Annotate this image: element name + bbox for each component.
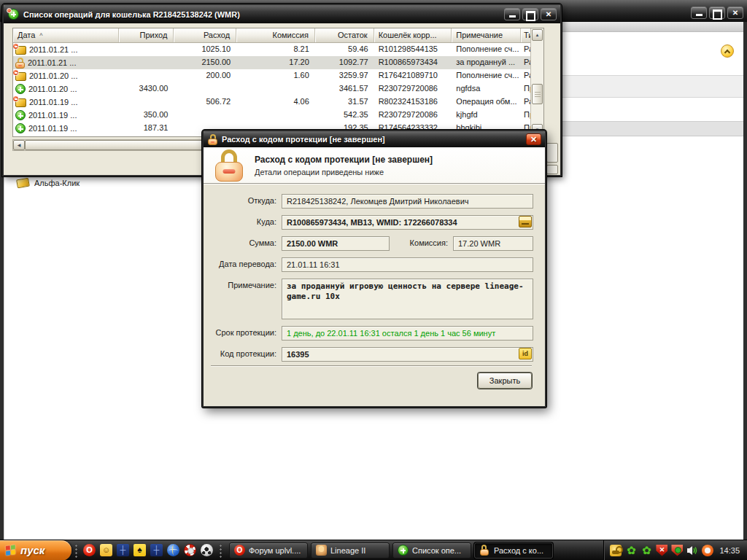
- character-icon[interactable]: [100, 544, 112, 556]
- lock-icon: [15, 58, 25, 69]
- print-icon[interactable]: [519, 216, 532, 228]
- chart-icon[interactable]: [150, 544, 163, 556]
- cell-wallet: R176421089710: [374, 69, 452, 82]
- column-header-balance[interactable]: Остаток: [315, 28, 374, 42]
- taskbar: пуск Форум uplvl....Lineage IIСписок опе…: [0, 540, 747, 560]
- table-row[interactable]: 2011.01.21 ...1025.108.2159.46R101298544…: [13, 43, 543, 56]
- keeper-icon[interactable]: [610, 545, 622, 556]
- cell-income: [119, 56, 174, 69]
- maximize-icon[interactable]: [522, 8, 538, 20]
- cell-note: ngfdsa: [452, 82, 521, 96]
- cell-balance: 3259.97: [315, 69, 374, 82]
- close-button[interactable]: Закрыть: [478, 373, 532, 389]
- maximize-icon[interactable]: [709, 7, 725, 19]
- cell-date: 2011.01.20 ...: [13, 82, 119, 96]
- vertical-scroll-thumb[interactable]: [532, 84, 543, 104]
- opera-ring-icon[interactable]: [702, 545, 713, 556]
- cell-income: 187.31: [119, 122, 174, 135]
- column-header-wallet[interactable]: Кошелёк корр...: [374, 28, 452, 42]
- taskbar-tasks: Форум uplvl....Lineage IIСписок опе...Ра…: [229, 542, 553, 559]
- avatar-icon: [316, 545, 327, 556]
- icq-flower-icon[interactable]: [640, 545, 652, 556]
- dialog-titlebar[interactable]: Расход с кодом протекции [не завершен]: [204, 131, 545, 147]
- column-header-date[interactable]: Дата^: [13, 28, 119, 42]
- cell-expense: 2150.00: [174, 56, 236, 69]
- operations-table: Дата^ПриходРасходКомиссияОстатокКошелёк …: [12, 28, 544, 137]
- start-button[interactable]: пуск: [0, 540, 71, 560]
- taskbar-button-label: Lineage II: [330, 546, 365, 555]
- protection-code-label: Код протекции:: [209, 347, 276, 361]
- globe-icon[interactable]: [167, 544, 179, 556]
- fee-field: 17.20 WMR: [453, 236, 533, 251]
- cell-expense: 506.72: [174, 96, 236, 109]
- system-tray: 14:35: [603, 540, 747, 560]
- close-icon[interactable]: [526, 133, 541, 145]
- column-header-note[interactable]: Примечание: [452, 28, 521, 42]
- close-icon[interactable]: [541, 8, 557, 20]
- chip-icon[interactable]: [184, 544, 196, 556]
- football-icon[interactable]: [201, 544, 213, 556]
- dialog-header: Расход с кодом протекции [не завершен] Д…: [204, 147, 545, 184]
- column-header-income[interactable]: Приход: [119, 28, 174, 42]
- cell-balance: 1092.77: [315, 56, 374, 69]
- taskbar-button[interactable]: Форум uplvl....: [229, 542, 308, 559]
- column-header-fee[interactable]: Комиссия: [236, 28, 315, 42]
- taskbar-button[interactable]: Расход с ко...: [474, 542, 553, 559]
- windows-logo-icon: [6, 545, 16, 556]
- speaker-icon[interactable]: [686, 545, 698, 556]
- expense-icon: [15, 46, 26, 55]
- income-icon: [15, 123, 26, 133]
- scroll-up-icon[interactable]: ▲: [532, 29, 543, 41]
- cell-wallet: R101298544135: [374, 43, 452, 56]
- toolbar-grip[interactable]: [218, 543, 222, 558]
- table-row[interactable]: 2011.01.19 ...506.724.0631.57R8023241531…: [13, 96, 543, 109]
- table-row[interactable]: 2011.01.20 ...200.001.603259.97R17642108…: [13, 69, 543, 82]
- cell-note: Пополнение сч...: [452, 69, 521, 82]
- column-header-expense[interactable]: Расход: [174, 28, 236, 42]
- fee-label: Комиссия:: [395, 236, 448, 250]
- cell-fee: [236, 109, 315, 122]
- minimize-icon[interactable]: [504, 8, 520, 20]
- cell-wallet: R230729720086: [374, 82, 452, 96]
- amount-field: 2150.00 WMR: [282, 236, 390, 251]
- cell-date: 2011.01.19 ...: [13, 109, 119, 122]
- cell-date: 2011.01.21 ...: [13, 56, 119, 69]
- scroll-left-icon[interactable]: ◀: [13, 140, 25, 150]
- shield-x-icon[interactable]: [656, 545, 667, 556]
- chevron-up-icon[interactable]: [721, 44, 734, 58]
- shield-red-icon[interactable]: [671, 545, 683, 556]
- operations-window-titlebar[interactable]: Список операций для кошелька R2184251382…: [4, 5, 560, 23]
- cell-income: [119, 69, 174, 82]
- chart-icon[interactable]: [117, 544, 129, 556]
- icq-flower-icon[interactable]: [625, 545, 637, 556]
- cell-date: 2011.01.21 ...: [13, 43, 119, 56]
- table-row[interactable]: 2011.01.21 ...2150.0017.201092.77R100865…: [13, 56, 543, 69]
- cell-balance: 59.46: [315, 43, 374, 56]
- taskbar-button[interactable]: Список опе...: [392, 542, 471, 559]
- from-label: Откуда:: [209, 194, 276, 208]
- protection-term-field: 1 день, до 22.01.11 16:31 остался 1 день…: [282, 326, 533, 341]
- toolbar-grip[interactable]: [74, 543, 78, 558]
- transfer-plus-icon: [8, 9, 19, 20]
- cell-date: 2011.01.19 ...: [13, 96, 119, 109]
- vertical-scrollbar[interactable]: ▲ ▼: [530, 28, 543, 136]
- taskbar-button-label: Расход с ко...: [494, 546, 543, 555]
- close-icon[interactable]: [727, 7, 743, 19]
- cell-date: 2011.01.20 ...: [13, 69, 119, 82]
- amount-label: Сумма:: [209, 236, 276, 250]
- taskbar-clock: 14:35: [719, 546, 740, 555]
- taskbar-button-label: Список опе...: [412, 546, 461, 555]
- cell-balance: 3461.57: [315, 82, 374, 96]
- start-label: пуск: [20, 544, 44, 556]
- minimize-icon[interactable]: [691, 7, 707, 19]
- spade-icon[interactable]: [133, 544, 146, 556]
- opera-icon[interactable]: [83, 544, 96, 556]
- id-card-icon[interactable]: id: [519, 348, 532, 359]
- table-row[interactable]: 2011.01.20 ...3430.003461.57R23072972008…: [13, 82, 543, 96]
- cell-wallet: R230729720086: [374, 109, 452, 122]
- taskbar-button[interactable]: Lineage II: [311, 542, 390, 559]
- cell-fee: 17.20: [236, 56, 315, 69]
- transfer-date-label: Дата перевода:: [209, 257, 276, 271]
- cell-note: kjhgfd: [452, 109, 521, 122]
- table-row[interactable]: 2011.01.19 ...350.00542.35R230729720086k…: [13, 109, 543, 122]
